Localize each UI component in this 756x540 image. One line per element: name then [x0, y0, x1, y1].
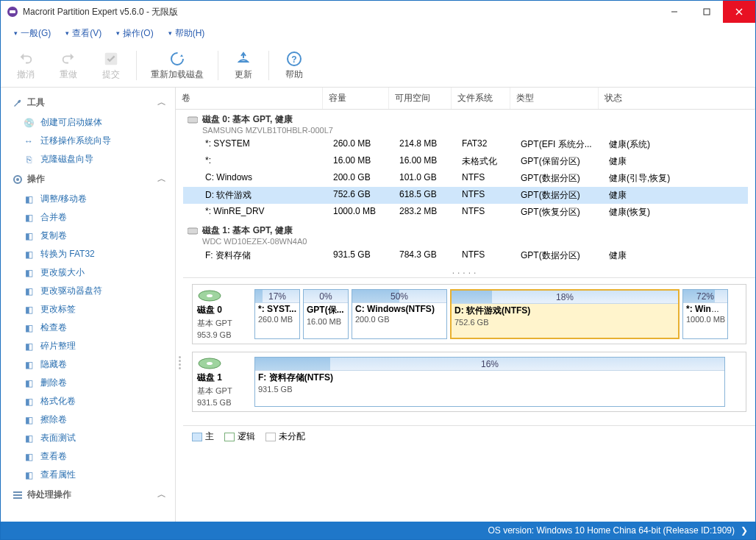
wrench-icon — [13, 98, 23, 108]
svg-point-7 — [171, 53, 183, 65]
disk-map: 磁盘 0 基本 GPT 953.9 GB17% *: SYST... 260.0… — [192, 284, 746, 344]
redo-icon — [59, 49, 78, 68]
col-volume[interactable]: 卷 — [176, 88, 323, 109]
window-title: Macrorit Partition Expert v5.6.0 - 无限版 — [23, 6, 658, 18]
menu-general[interactable]: ▾一般(G) — [8, 24, 57, 43]
redo-button[interactable]: 重做 — [51, 49, 86, 81]
legend-logic-swatch — [224, 433, 235, 441]
close-button[interactable] — [723, 1, 755, 23]
sidebar-section-ops[interactable]: 操作 ︿ — [10, 168, 175, 190]
disk-header[interactable]: 磁盘 1: 基本 GPT, 健康 WDC WD10EZEX-08WN4A0 — [183, 223, 748, 247]
sidebar-op-item[interactable]: ◧查看属性 — [10, 466, 175, 484]
splitter-handle[interactable] — [176, 277, 183, 447]
sidebar-item-label: 删除卷 — [40, 377, 67, 389]
op-icon: ◧ — [23, 341, 35, 352]
col-filesystem[interactable]: 文件系统 — [452, 88, 510, 109]
help-button[interactable]: ?帮助 — [277, 49, 312, 81]
partition-row[interactable]: D: 软件游戏752.6 GB618.5 GBNTFSGPT(数据分区)健康 — [183, 187, 748, 204]
op-icon: ◧ — [23, 396, 35, 408]
sidebar-op-item[interactable]: ◧更改标签 — [10, 300, 175, 319]
sidebar-item-label: 转换为 FAT32 — [40, 248, 95, 260]
list-ellipsis: ..... — [176, 264, 755, 277]
sidebar-item-label: 检查卷 — [40, 321, 67, 334]
sidebar-op-item[interactable]: ◧合并卷 — [10, 208, 175, 227]
tool-icon: 💿 — [23, 117, 35, 129]
svg-rect-3 — [704, 9, 710, 15]
sidebar-item-label: 隐藏卷 — [40, 358, 67, 371]
op-icon: ◧ — [23, 193, 35, 205]
partition-size: 1000.0 MB — [683, 315, 727, 325]
sidebar-op-item[interactable]: ◧隐藏卷 — [10, 355, 175, 374]
menu-help[interactable]: ▾帮助(H) — [163, 24, 211, 43]
sidebar-tool-item[interactable]: ↔迁移操作系统向导 — [10, 132, 175, 150]
col-type[interactable]: 类型 — [510, 88, 599, 109]
update-icon — [234, 49, 253, 68]
commit-icon — [101, 49, 121, 68]
partition-size: 931.5 GB — [255, 385, 724, 395]
sidebar-op-item[interactable]: ◧复制卷 — [10, 227, 175, 245]
svg-rect-15 — [188, 117, 198, 123]
menu-operations[interactable]: ▾操作(O) — [110, 24, 159, 43]
partition-row[interactable]: F: 资料存储931.5 GB784.3 GBNTFSGPT(数据分区)健康 — [183, 247, 748, 264]
reload-button[interactable]: 重新加载磁盘 — [144, 49, 210, 81]
partition-block[interactable]: 17% *: SYST... 260.0 MB — [254, 289, 300, 339]
menu-view[interactable]: ▾查看(V) — [60, 24, 107, 43]
sidebar-op-item[interactable]: ◧格式化卷 — [10, 392, 175, 411]
disk-header[interactable]: 磁盘 0: 基本 GPT, 健康 SAMSUNG MZVLB1T0HBLR-00… — [183, 112, 748, 136]
minimize-button[interactable] — [658, 1, 691, 23]
col-capacity[interactable]: 容量 — [323, 88, 389, 109]
col-free[interactable]: 可用空间 — [389, 88, 452, 109]
sidebar-item-label: 调整/移动卷 — [40, 193, 87, 205]
partition-block[interactable]: 72% *: WinR... 1000.0 MB — [682, 289, 728, 339]
sidebar-item-label: 克隆磁盘向导 — [40, 153, 93, 166]
sidebar-tool-item[interactable]: 💿创建可启动媒体 — [10, 113, 175, 132]
sidebar-op-item[interactable]: ◧调整/移动卷 — [10, 190, 175, 208]
list-icon — [13, 490, 23, 500]
status-text: OS version: Windows 10 Home China 64-bit… — [488, 525, 735, 536]
partition-block[interactable]: 50% C: Windows(NTFS) 200.0 GB — [352, 289, 447, 339]
sidebar-op-item[interactable]: ◧删除卷 — [10, 374, 175, 392]
svg-rect-13 — [13, 494, 22, 496]
sidebar-item-label: 碎片整理 — [40, 340, 76, 352]
map-disk-size: 931.5 GB — [197, 398, 249, 407]
update-button[interactable]: 更新 — [226, 49, 261, 81]
partition-row[interactable]: *: SYSTEM260.0 MB214.8 MBFAT32GPT(EFI 系统… — [183, 136, 748, 153]
partition-block[interactable]: 18% D: 软件游戏(NTFS) 752.6 GB — [450, 289, 680, 339]
status-chevron-icon[interactable]: ❯ — [741, 525, 748, 536]
disk-maps: 磁盘 0 基本 GPT 953.9 GB17% *: SYST... 260.0… — [183, 277, 755, 425]
sidebar-item-label: 更改驱动器盘符 — [40, 285, 102, 297]
svg-point-18 — [207, 294, 213, 297]
sidebar-item-label: 查看卷 — [40, 450, 67, 463]
chevron-up-icon: ︿ — [157, 489, 166, 501]
commit-button[interactable]: 提交 — [93, 49, 129, 81]
legend: 主 逻辑 未分配 — [183, 425, 755, 447]
sidebar-op-item[interactable]: ◧查看卷 — [10, 447, 175, 466]
partition-block[interactable]: 16% F: 资料存储(NTFS) 931.5 GB — [254, 357, 725, 407]
partition-block[interactable]: 0% GPT(保... 16.00 MB — [303, 289, 349, 339]
sidebar-op-item[interactable]: ◧更改驱动器盘符 — [10, 282, 175, 300]
sidebar-op-item[interactable]: ◧表面测试 — [10, 429, 175, 447]
maximize-button[interactable] — [691, 1, 723, 23]
sidebar-op-item[interactable]: ◧转换为 FAT32 — [10, 245, 175, 263]
sidebar-section-pending[interactable]: 待处理操作 ︿ — [10, 484, 175, 505]
undo-button[interactable]: 撤消 — [8, 49, 43, 81]
toolbar: 撤消 重做 提交 重新加载磁盘 更新 ?帮助 — [1, 43, 755, 88]
sidebar-op-item[interactable]: ◧检查卷 — [10, 319, 175, 337]
col-status[interactable]: 状态 — [599, 88, 755, 109]
op-icon: ◧ — [23, 212, 35, 224]
partition-row[interactable]: *: WinRE_DRV1000.0 MB283.2 MBNTFSGPT(恢复分… — [183, 204, 748, 221]
sidebar-tool-item[interactable]: ⎘克隆磁盘向导 — [10, 150, 175, 168]
tool-icon: ⎘ — [23, 154, 35, 166]
partition-row[interactable]: C: Windows200.0 GB101.0 GBNTFSGPT(数据分区)健… — [183, 170, 748, 187]
partition-label: F: 资料存储(NTFS) — [255, 371, 724, 385]
sidebar-op-item[interactable]: ◧碎片整理 — [10, 337, 175, 355]
sidebar-op-item[interactable]: ◧更改簇大小 — [10, 263, 175, 282]
svg-rect-16 — [188, 228, 198, 234]
partition-row[interactable]: *:16.00 MB16.00 MB未格式化GPT(保留分区)健康 — [183, 153, 748, 170]
disk-icon — [188, 227, 198, 235]
sidebar-op-item[interactable]: ◧擦除卷 — [10, 411, 175, 429]
sidebar-section-tools[interactable]: 工具 ︿ — [10, 92, 175, 113]
svg-text:?: ? — [291, 54, 296, 65]
partition-table-header: 卷 容量 可用空间 文件系统 类型 状态 — [176, 88, 755, 110]
disk-icon — [188, 116, 198, 124]
